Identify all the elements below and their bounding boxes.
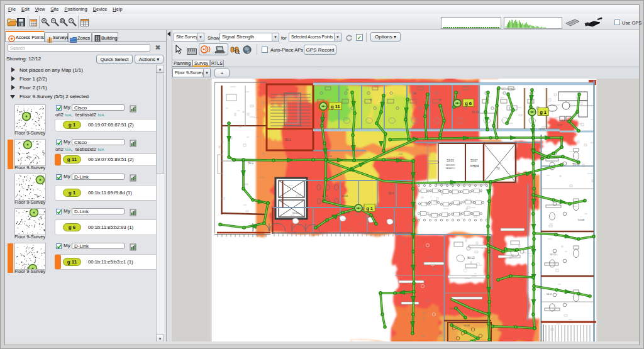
svg-text:1.10: 1.10 (328, 155, 332, 158)
svg-text:50.2: 50.2 (285, 138, 291, 141)
svg-text:52.02: 52.02 (292, 211, 299, 214)
svg-text:g 1: g 1 (366, 206, 373, 211)
svg-text:54.13: 54.13 (467, 257, 475, 260)
svg-text:C.5: C.5 (399, 153, 402, 155)
svg-text:g 6: g 6 (465, 101, 472, 106)
svg-text:53.03: 53.03 (447, 159, 454, 162)
svg-text:53.0B: 53.0B (578, 218, 585, 221)
svg-text:2.17: 2.17 (557, 123, 563, 126)
svg-text:53.07: 53.07 (470, 159, 478, 162)
svg-text:g 1: g 1 (540, 109, 547, 115)
svg-text:50.4: 50.4 (389, 192, 394, 195)
svg-text:89: 89 (439, 99, 441, 101)
svg-text:54.11: 54.11 (550, 253, 556, 256)
svg-text:54.06: 54.06 (464, 324, 470, 327)
svg-text:52.03: 52.03 (341, 194, 348, 197)
svg-text:85: 85 (370, 99, 372, 101)
svg-text:22.17: 22.17 (540, 128, 545, 131)
svg-text:53.09: 53.09 (472, 111, 479, 114)
svg-text:VARASTO: VARASTO (446, 167, 455, 170)
svg-text:54.4: 54.4 (547, 292, 552, 296)
svg-text:83: 83 (414, 92, 416, 95)
svg-text:SÄHKÖIS: SÄHKÖIS (470, 165, 479, 167)
svg-text:TV: TV (496, 167, 500, 170)
svg-text:23: 23 (346, 89, 348, 91)
svg-text:50.1: 50.1 (248, 162, 254, 165)
svg-text:NEUVOTTELU: NEUVOTTELU (501, 88, 516, 91)
svg-text:g 11: g 11 (331, 104, 340, 109)
svg-text:SERVERI/: SERVERI/ (446, 164, 455, 167)
